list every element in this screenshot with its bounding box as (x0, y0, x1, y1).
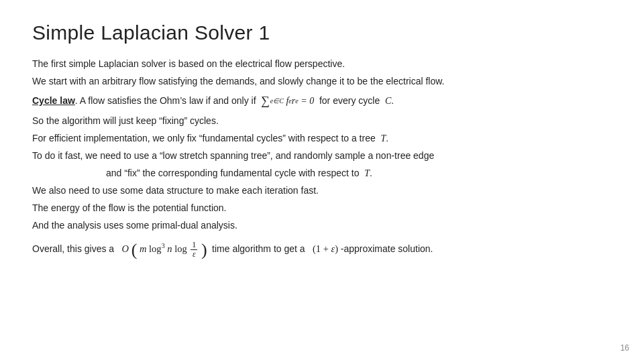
approx-suffix: -approximate solution. (341, 243, 433, 254)
line2: We start with an arbitrary flow satisfyi… (32, 74, 612, 89)
page-number: 16 (621, 343, 629, 353)
slide-title: Simple Laplacian Solver 1 (32, 21, 612, 44)
slide: Simple Laplacian Solver 1 The first simp… (0, 0, 644, 362)
slide-content: The first simple Laplacian solver is bas… (32, 56, 612, 259)
tree-var: T (381, 133, 386, 143)
time-suffix: time algorithm to get a (212, 243, 305, 254)
approx-formula: (1 + ε) (310, 243, 340, 254)
line5: For efficient implementation, we only fi… (32, 131, 612, 146)
line9: And the analysis uses some primal-dual a… (32, 218, 612, 233)
tree-var2: T (364, 168, 370, 178)
line7: We also need to use some data structure … (32, 183, 612, 198)
cycle-law-formula: ∑e∈C fere = 0 (258, 91, 314, 111)
cycle-var: C (385, 96, 391, 106)
line4: So the algorithm will just keep “fixing”… (32, 113, 612, 129)
line6b: and “fix” the corresponding fundamental … (32, 166, 612, 181)
cycle-law-label: Cycle law (32, 95, 75, 106)
line6a: To do it fast, we need to use a “low str… (32, 148, 612, 164)
cycle-law-rest: . A flow satisfies the Ohm’s law if and … (75, 95, 256, 106)
overall-line: Overall, this gives a O ( m log3 n log 1… (32, 241, 612, 259)
big-o-formula: O ( m log3 n log 1ε ) (119, 243, 209, 254)
line1: The first simple Laplacian solver is bas… (32, 56, 612, 72)
cycle-law-line: Cycle law. A flow satisfies the Ohm’s la… (32, 91, 612, 111)
for-every-cycle-text: for every cycle (319, 95, 380, 106)
overall-prefix: Overall, this gives a (32, 243, 114, 254)
line8: The energy of the flow is the potential … (32, 200, 612, 216)
